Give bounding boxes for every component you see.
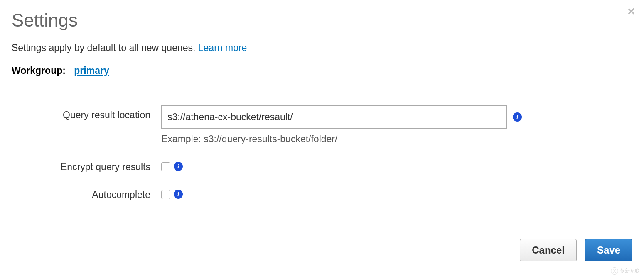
- query-result-location-row: Query result location i Example: s3://qu…: [12, 105, 632, 145]
- intro-text: Settings apply by default to all new que…: [12, 42, 632, 54]
- page-title: Settings: [12, 10, 632, 31]
- info-icon[interactable]: i: [174, 162, 183, 171]
- query-result-location-example: Example: s3://query-results-bucket/folde…: [161, 134, 522, 145]
- workgroup-value-link[interactable]: primary: [74, 65, 109, 76]
- query-result-location-input[interactable]: [161, 105, 507, 129]
- button-bar: Cancel Save: [520, 239, 632, 261]
- save-button[interactable]: Save: [585, 239, 632, 261]
- learn-more-link[interactable]: Learn more: [198, 42, 247, 53]
- encrypt-query-results-label: Encrypt query results: [12, 161, 161, 173]
- info-icon[interactable]: i: [174, 190, 183, 199]
- workgroup-label: Workgroup:: [12, 65, 66, 76]
- autocomplete-label: Autocomplete: [12, 189, 161, 200]
- cancel-button[interactable]: Cancel: [520, 239, 577, 261]
- close-icon[interactable]: ×: [627, 5, 635, 17]
- info-icon[interactable]: i: [513, 112, 522, 122]
- workgroup-line: Workgroup: primary: [12, 65, 632, 76]
- autocomplete-checkbox[interactable]: [161, 190, 170, 199]
- encrypt-query-results-checkbox[interactable]: [161, 162, 170, 171]
- query-result-location-label: Query result location: [12, 105, 161, 121]
- autocomplete-row: Autocomplete i: [12, 189, 632, 200]
- watermark: X 创新互联: [611, 267, 640, 275]
- watermark-icon: X: [611, 267, 618, 275]
- intro-static: Settings apply by default to all new que…: [12, 42, 198, 53]
- watermark-text: 创新互联: [620, 268, 640, 275]
- encrypt-query-results-row: Encrypt query results i: [12, 161, 632, 173]
